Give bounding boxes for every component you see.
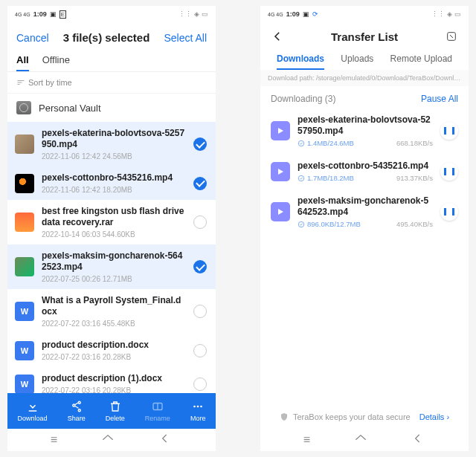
file-item[interactable]: Wproduct description.docx2022-07-22 03:1… (7, 334, 216, 367)
file-thumb: W (15, 375, 34, 394)
page-title: Transfer List (331, 30, 398, 43)
download-item[interactable]: pexels-ekaterina-bolovtsova-5257950.mp4 … (260, 108, 469, 155)
phone-left: 4G 4G 1:09 ▣ E ⋮⋮ ◈ ▭ Cancel 3 file(s) s… (7, 6, 216, 451)
bluetooth-icon: ⋮⋮ (431, 10, 445, 18)
cancel-button[interactable]: Cancel (16, 32, 49, 44)
file-item[interactable]: WWhat is a Payroll System_Final.docx2022… (7, 289, 216, 334)
download-speed: 668.18KB/s (396, 139, 433, 147)
file-thumb (15, 257, 34, 276)
file-meta: 2022-11-06 12:42 18.20MB (42, 186, 186, 194)
menu-button[interactable] (443, 30, 460, 42)
download-size: 1.7MB/18.2MB (298, 174, 354, 182)
vault-icon (16, 101, 31, 114)
file-tabs: All Offline (7, 50, 216, 72)
svg-point-5 (298, 140, 304, 146)
file-checkbox[interactable] (193, 137, 207, 151)
nav-bar: ≡ (260, 429, 469, 451)
download-name: pexels-cottonbro-5435216.mp4 (298, 161, 433, 172)
file-checkbox[interactable] (193, 215, 207, 229)
download-name: pexels-maksim-goncharenok-5642523.mp4 (298, 195, 433, 218)
download-item[interactable]: pexels-cottonbro-5435216.mp4 1.7MB/18.2M… (260, 155, 469, 189)
battery-icon: ▭ (454, 10, 461, 18)
select-all-button[interactable]: Select All (164, 32, 207, 44)
download-size: 1.4MB/24.6MB (298, 139, 354, 147)
wifi-icon: ◈ (194, 10, 199, 18)
pause-all-button[interactable]: Pause All (421, 94, 458, 104)
file-meta: 2022-11-06 12:42 24.56MB (42, 152, 186, 161)
download-icon (26, 400, 39, 413)
file-checkbox[interactable] (193, 377, 207, 391)
file-meta: 2022-10-14 06:03 544.60KB (42, 230, 186, 239)
recent-button[interactable]: ≡ (51, 433, 57, 447)
status-bar: 4G 4G 1:09 ▣ E ⋮⋮ ◈ ▭ (7, 6, 216, 22)
status-time: 1:09 (33, 10, 47, 18)
details-link[interactable]: Details › (419, 412, 449, 421)
secure-text: TeraBox keeps your data secure (293, 412, 411, 421)
vault-label: Personal Vault (39, 103, 101, 114)
rename-button: Rename (145, 400, 170, 422)
selection-title: 3 file(s) selected (63, 31, 150, 44)
file-thumb: W (15, 302, 34, 321)
wifi-icon: ◈ (447, 10, 452, 18)
recent-button[interactable]: ≡ (303, 433, 310, 447)
delete-button[interactable]: Delete (106, 400, 125, 422)
rename-icon (151, 400, 164, 413)
check-icon (298, 221, 305, 228)
file-item[interactable]: pexels-ekaterina-bolovtsova-5257950.mp42… (7, 122, 216, 166)
home-button[interactable] (353, 431, 368, 449)
e-icon: E (60, 10, 66, 19)
file-thumb (15, 134, 34, 154)
file-name: What is a Payroll System_Final.docx (42, 295, 186, 317)
home-button[interactable] (100, 431, 115, 449)
file-item[interactable]: best free kingston usb flash drive data … (7, 200, 216, 244)
download-button[interactable]: Download (18, 400, 48, 422)
tab-uploads[interactable]: Uploads (341, 54, 373, 70)
camera-icon: ▣ (303, 10, 309, 18)
sort-row[interactable]: Sort by time (7, 72, 216, 94)
shield-icon (280, 412, 289, 421)
back-button[interactable] (269, 30, 286, 43)
share-button[interactable]: Share (68, 400, 86, 422)
file-name: pexels-maksim-goncharenok-5642523.mp4 (42, 250, 186, 273)
toolbar-label: Delete (106, 415, 125, 422)
download-speed: 913.37KB/s (396, 174, 433, 182)
pause-button[interactable] (440, 203, 458, 221)
svg-point-7 (298, 221, 304, 227)
file-item[interactable]: pexels-maksim-goncharenok-5642523.mp4202… (7, 244, 216, 289)
download-item[interactable]: pexels-maksim-goncharenok-5642523.mp4 89… (260, 189, 469, 236)
tab-remote-upload[interactable]: Remote Upload (390, 54, 452, 70)
toolbar-label: Share (68, 415, 86, 422)
download-size: 896.0KB/12.7MB (298, 220, 361, 228)
file-item[interactable]: pexels-cottonbro-5435216.mp42022-11-06 1… (7, 166, 216, 200)
back-button[interactable] (158, 431, 173, 449)
nav-bar: ≡ (7, 429, 216, 451)
sort-icon (16, 78, 25, 87)
more-button[interactable]: More (190, 400, 206, 422)
tab-offline[interactable]: Offline (42, 54, 70, 71)
file-name: pexels-ekaterina-bolovtsova-5257950.mp4 (42, 128, 186, 150)
file-name: product description (1).docx (42, 373, 186, 384)
file-thumb (15, 213, 34, 232)
network-icon: 4G 4G (268, 12, 283, 17)
toolbar-label: Rename (145, 415, 170, 422)
tab-all[interactable]: All (16, 54, 29, 71)
file-thumb: W (15, 341, 34, 360)
svg-point-1 (193, 406, 196, 408)
back-button[interactable] (411, 431, 425, 449)
secure-footer: TeraBox keeps your data secure Details › (260, 405, 469, 429)
file-checkbox[interactable] (193, 260, 207, 273)
pause-button[interactable] (440, 163, 458, 181)
file-checkbox[interactable] (193, 344, 207, 357)
file-item[interactable]: Wproduct description (1).docx2022-07-22 … (7, 367, 216, 393)
download-speed: 495.40KB/s (396, 220, 433, 228)
tab-downloads[interactable]: Downloads (277, 54, 324, 70)
more-icon (191, 400, 205, 413)
file-meta: 2022-07-22 03:16 455.48KB (42, 320, 186, 328)
download-path: Download path: /storage/emulated/0/Downl… (260, 70, 469, 86)
svg-point-6 (298, 175, 304, 181)
video-icon (271, 121, 290, 140)
personal-vault-row[interactable]: Personal Vault (7, 94, 216, 122)
file-checkbox[interactable] (193, 177, 207, 190)
file-checkbox[interactable] (193, 305, 207, 318)
pause-button[interactable] (440, 122, 458, 140)
